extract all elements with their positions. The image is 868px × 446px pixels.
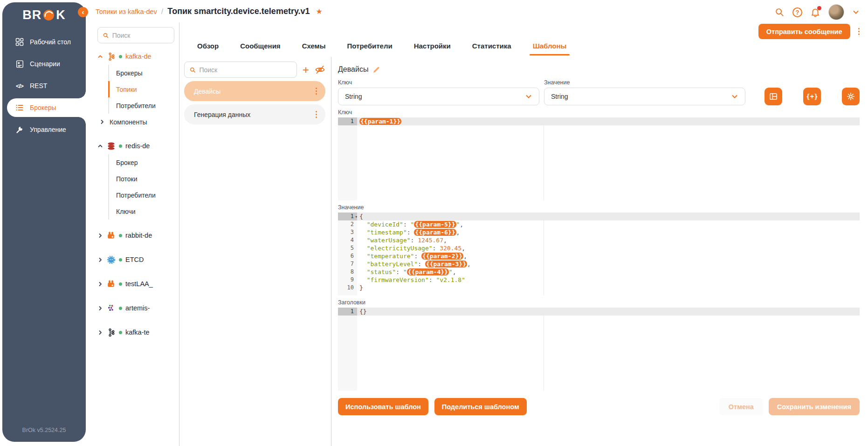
code-token: : (418, 261, 425, 268)
tree-broker-redis-de[interactable]: redis-de (97, 137, 174, 154)
broker-label: ETCD (125, 256, 144, 263)
value-editor[interactable]: 1▾{2 "deviceId": "{{param-5}}",3 "timest… (338, 213, 860, 295)
sidebar-item-desktop[interactable]: Рабочий стол (7, 33, 86, 51)
code-line[interactable]: 8 "status": "{{param-4}}", (338, 268, 860, 276)
sidebar-item-label: Сценарии (30, 60, 60, 68)
tab-messages[interactable]: Сообщения (239, 42, 281, 50)
sidebar-item-management[interactable]: Управление (7, 120, 86, 139)
kebab-menu-icon[interactable] (857, 27, 861, 36)
code-line[interactable]: 5 "electricityUsage": 320.45, (338, 244, 860, 252)
tab-overview[interactable]: Обзор (196, 42, 220, 50)
settings-button[interactable] (842, 88, 860, 105)
tree-subitem[interactable]: Брокеры (108, 65, 174, 81)
code-text: {} (357, 308, 860, 316)
code-line[interactable]: 10} (338, 284, 860, 292)
type-selects-row: Ключ String Значение String (338, 79, 860, 105)
template-item[interactable]: Девайсы (184, 81, 325, 101)
tree-broker-testLAA-[interactable]: testLAA_ (97, 275, 174, 292)
tab-templates[interactable]: Шаблоны (532, 42, 568, 50)
eye-off-icon[interactable] (315, 64, 325, 75)
tree-group[interactable]: Компоненты (99, 114, 174, 130)
tab-consumers[interactable]: Потребители (346, 42, 393, 50)
chevron-right-icon[interactable] (97, 281, 103, 287)
tree-subitem[interactable]: Ключи (108, 203, 174, 220)
code-line[interactable]: 2 "deviceId": "{{param-5}}", (338, 220, 860, 228)
chevron-down-icon[interactable] (852, 8, 860, 16)
tree-search-input[interactable] (112, 32, 169, 39)
tab-statistics[interactable]: Статистика (471, 42, 512, 50)
chevron-right-icon[interactable] (97, 257, 103, 263)
line-number: 2 (338, 220, 357, 228)
notifications-bell-icon[interactable] (810, 7, 820, 17)
tree-broker-kafka-te[interactable]: kafka-te (97, 324, 174, 341)
code-token: "deviceId" (367, 221, 403, 228)
code-token: : (433, 245, 440, 252)
template-title: Девайсы (338, 65, 368, 74)
kebab-menu-icon[interactable] (315, 87, 318, 96)
dashboard-icon (14, 37, 25, 47)
code-line[interactable]: 3 "timestamp": {{param-6}}, (338, 228, 860, 236)
key-type-select[interactable]: String (338, 88, 539, 105)
key-editor[interactable]: 1{{param-1}} (338, 117, 860, 200)
chevron-right-icon[interactable] (99, 119, 105, 125)
edit-pencil-icon[interactable] (372, 66, 380, 74)
value-type-select[interactable]: String (544, 88, 745, 105)
chevron-right-icon[interactable] (97, 305, 103, 311)
tree-broker-ETCD[interactable]: ETCD (97, 251, 174, 268)
add-parameter-button[interactable]: {+} (803, 88, 821, 105)
breadcrumb-parent-link[interactable]: Топики из kafka-dev (96, 8, 157, 15)
cancel-button[interactable]: Отмена (719, 398, 763, 415)
tree-broker-artemis-[interactable]: artemis- (97, 300, 174, 316)
search-icon[interactable] (774, 7, 785, 17)
code-line[interactable]: 4 "waterUsage": 1245.67, (338, 236, 860, 244)
sidebar: BR K Рабочий столСценарии</>RESTБрокерыУ… (2, 2, 86, 442)
headers-editor[interactable]: 1{} (338, 308, 860, 391)
code-token: , (460, 221, 463, 228)
artemis-icon (106, 304, 116, 312)
tree-subitem[interactable]: Брокер (108, 154, 174, 171)
tree-broker-kafka-de[interactable]: kafka-de (97, 48, 174, 65)
code-token (359, 261, 367, 268)
templates-search-input[interactable] (199, 66, 292, 74)
save-changes-button[interactable]: Сохранить изменения (769, 398, 860, 415)
tree-subitem[interactable]: Потребители (108, 187, 174, 203)
kebab-menu-icon[interactable] (315, 110, 318, 119)
chevron-right-icon[interactable] (97, 329, 103, 336)
favorite-star-icon[interactable]: ★ (316, 7, 323, 16)
fold-caret-icon[interactable]: ▾ (355, 213, 358, 221)
tab-settings[interactable]: Настройки (413, 42, 452, 50)
template-item[interactable]: Генерация данных (184, 104, 325, 124)
code-line[interactable]: 1{{param-1}} (338, 117, 860, 125)
send-message-button[interactable]: Отправить сообщение (758, 24, 850, 39)
sidebar-collapse-button[interactable]: ‹ (78, 7, 88, 17)
template-detail-panel: Девайсы Ключ String Значение String (331, 57, 868, 446)
tree-subitem[interactable]: Потоки (108, 171, 174, 187)
table-view-button[interactable] (765, 88, 782, 105)
broker-tree-panel: kafka-deБрокерыТопикиПотребителиКомпонен… (86, 22, 179, 446)
code-line[interactable]: 6 "temperature": {{param-2}}, (338, 252, 860, 260)
code-line[interactable]: 1▾{ (338, 213, 860, 220)
chevron-up-icon[interactable] (97, 143, 103, 149)
help-icon[interactable]: ? (792, 7, 802, 17)
tree-subitem[interactable]: Топики (108, 81, 174, 97)
breadcrumb-separator: / (161, 7, 163, 16)
sidebar-item-label: REST (30, 82, 47, 89)
code-line[interactable]: 1{} (338, 308, 860, 316)
code-line[interactable]: 9 "firmwareVersion": "v2.1.8" (338, 276, 860, 284)
chevron-right-icon[interactable] (97, 233, 103, 239)
share-template-button[interactable]: Поделиться шаблоном (434, 398, 527, 415)
param-chip: {{param-6}} (414, 229, 456, 236)
use-template-button[interactable]: Использовать шаблон (338, 398, 428, 415)
chevron-up-icon[interactable] (97, 54, 103, 60)
tab-schemas[interactable]: Схемы (301, 42, 327, 50)
code-token: : (396, 268, 403, 275)
sidebar-item-rest[interactable]: </>REST (7, 76, 86, 95)
sidebar-item-brokers[interactable]: Брокеры (7, 98, 86, 117)
add-template-button[interactable]: + (303, 64, 309, 75)
avatar[interactable] (828, 4, 844, 20)
status-dot (119, 144, 122, 148)
code-line[interactable]: 7 "batteryLevel": {{param-3}}, (338, 260, 860, 268)
sidebar-item-scenarios[interactable]: Сценарии (7, 55, 86, 73)
tree-broker-rabbit-de[interactable]: rabbit-de (97, 227, 174, 244)
tree-subitem[interactable]: Потребители (108, 97, 174, 114)
